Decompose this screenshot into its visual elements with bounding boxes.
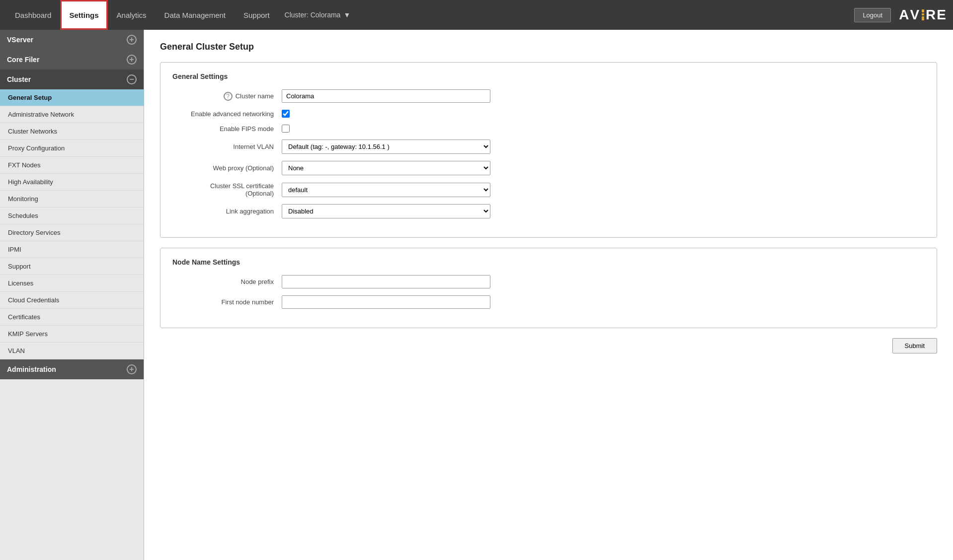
tab-settings[interactable]: Settings <box>60 0 107 30</box>
submit-button[interactable]: Submit <box>892 338 937 353</box>
sidebar-item-monitoring[interactable]: Monitoring <box>0 191 144 208</box>
node-prefix-row: Node prefix <box>172 275 925 288</box>
internet-vlan-select[interactable]: Default (tag: -, gateway: 10.1.56.1 ) <box>282 140 490 154</box>
internet-vlan-row: Internet VLAN Default (tag: -, gateway: … <box>172 140 925 154</box>
node-prefix-input[interactable] <box>282 275 490 288</box>
web-proxy-row: Web proxy (Optional) None <box>172 161 925 175</box>
internet-vlan-label: Internet VLAN <box>172 143 282 150</box>
cluster-name-help-icon[interactable]: ? <box>224 92 233 101</box>
page-title: General Cluster Setup <box>160 42 937 52</box>
enable-advanced-networking-row: Enable advanced networking <box>172 110 925 118</box>
tab-dashboard[interactable]: Dashboard <box>6 0 60 30</box>
sidebar-section-administration-label: Administration <box>7 365 56 373</box>
vserver-expand-icon[interactable]: + <box>127 35 137 45</box>
content-area: General Cluster Setup General Settings ?… <box>144 30 953 560</box>
cluster-name-row: ? Cluster name <box>172 89 925 103</box>
topbar: Dashboard Settings Analytics Data Manage… <box>0 0 953 30</box>
cluster-name-input[interactable] <box>282 89 490 103</box>
enable-fips-checkbox[interactable] <box>282 125 290 133</box>
logout-button[interactable]: Logout <box>854 8 891 22</box>
first-node-row: First node number <box>172 295 925 309</box>
sidebar-item-proxy-configuration[interactable]: Proxy Configuration <box>0 140 144 157</box>
ssl-cert-select[interactable]: default <box>282 183 490 197</box>
link-aggregation-select[interactable]: Disabled <box>282 204 490 218</box>
sidebar-item-directory-services[interactable]: Directory Services <box>0 224 144 241</box>
tab-analytics[interactable]: Analytics <box>108 0 156 30</box>
sidebar-item-administrative-network[interactable]: Administrative Network <box>0 106 144 123</box>
enable-advanced-networking-checkbox[interactable] <box>282 110 290 118</box>
link-aggregation-row: Link aggregation Disabled <box>172 204 925 218</box>
node-name-settings-title: Node Name Settings <box>172 258 925 266</box>
sidebar-item-cluster-networks[interactable]: Cluster Networks <box>0 123 144 140</box>
enable-fips-label: Enable FIPS mode <box>172 125 282 133</box>
sidebar-section-cluster[interactable]: Cluster − <box>0 70 144 89</box>
sidebar: VServer + Core Filer + Cluster − General… <box>0 30 144 560</box>
topbar-right: Logout A V R E <box>854 7 947 23</box>
cluster-name-label: ? Cluster name <box>172 92 282 101</box>
sidebar-item-cloud-credentials[interactable]: Cloud Credentials <box>0 292 144 309</box>
sidebar-item-schedules[interactable]: Schedules <box>0 208 144 224</box>
sidebar-item-support[interactable]: Support <box>0 258 144 275</box>
sidebar-item-kmip-servers[interactable]: KMIP Servers <box>0 326 144 343</box>
sidebar-item-fxt-nodes[interactable]: FXT Nodes <box>0 157 144 174</box>
avere-logo: A V R E <box>899 7 947 23</box>
enable-fips-row: Enable FIPS mode <box>172 125 925 133</box>
sidebar-section-core-filer-label: Core Filer <box>7 56 39 64</box>
enable-advanced-networking-label: Enable advanced networking <box>172 110 282 118</box>
chevron-down-icon: ▼ <box>343 11 350 19</box>
node-name-settings-section: Node Name Settings Node prefix First nod… <box>160 248 937 328</box>
cluster-label: Cluster: Colorama <box>285 11 341 19</box>
sidebar-item-ipmi[interactable]: IPMI <box>0 241 144 258</box>
web-proxy-label: Web proxy (Optional) <box>172 164 282 172</box>
sidebar-section-vserver-label: VServer <box>7 36 33 44</box>
sidebar-section-vserver[interactable]: VServer + <box>0 30 144 50</box>
ssl-cert-label: Cluster SSL certificate (Optional) <box>172 182 282 197</box>
avere-bar-icon <box>922 9 924 20</box>
sidebar-item-certificates[interactable]: Certificates <box>0 309 144 326</box>
sidebar-item-licenses[interactable]: Licenses <box>0 275 144 292</box>
sidebar-item-general-setup[interactable]: General Setup <box>0 89 144 106</box>
sidebar-section-cluster-label: Cluster <box>7 75 31 83</box>
core-filer-expand-icon[interactable]: + <box>127 55 137 65</box>
submit-row: Submit <box>160 338 937 353</box>
link-aggregation-label: Link aggregation <box>172 208 282 215</box>
general-settings-section: General Settings ? Cluster name Enable a… <box>160 62 937 238</box>
nav-tabs: Dashboard Settings Analytics Data Manage… <box>6 0 356 30</box>
main-layout: VServer + Core Filer + Cluster − General… <box>0 30 953 560</box>
cluster-selector[interactable]: Cluster: Colorama ▼ <box>279 8 357 22</box>
ssl-cert-row: Cluster SSL certificate (Optional) defau… <box>172 182 925 197</box>
general-settings-title: General Settings <box>172 72 925 80</box>
first-node-input[interactable] <box>282 295 490 309</box>
node-prefix-label: Node prefix <box>172 278 282 285</box>
sidebar-item-vlan[interactable]: VLAN <box>0 343 144 359</box>
first-node-label: First node number <box>172 298 282 306</box>
web-proxy-select[interactable]: None <box>282 161 490 175</box>
administration-expand-icon[interactable]: + <box>127 364 137 374</box>
cluster-expand-icon[interactable]: − <box>127 74 137 84</box>
tab-support[interactable]: Support <box>235 0 279 30</box>
sidebar-section-core-filer[interactable]: Core Filer + <box>0 50 144 70</box>
sidebar-section-administration[interactable]: Administration + <box>0 359 144 379</box>
tab-data-management[interactable]: Data Management <box>156 0 235 30</box>
sidebar-item-high-availability[interactable]: High Availability <box>0 174 144 191</box>
